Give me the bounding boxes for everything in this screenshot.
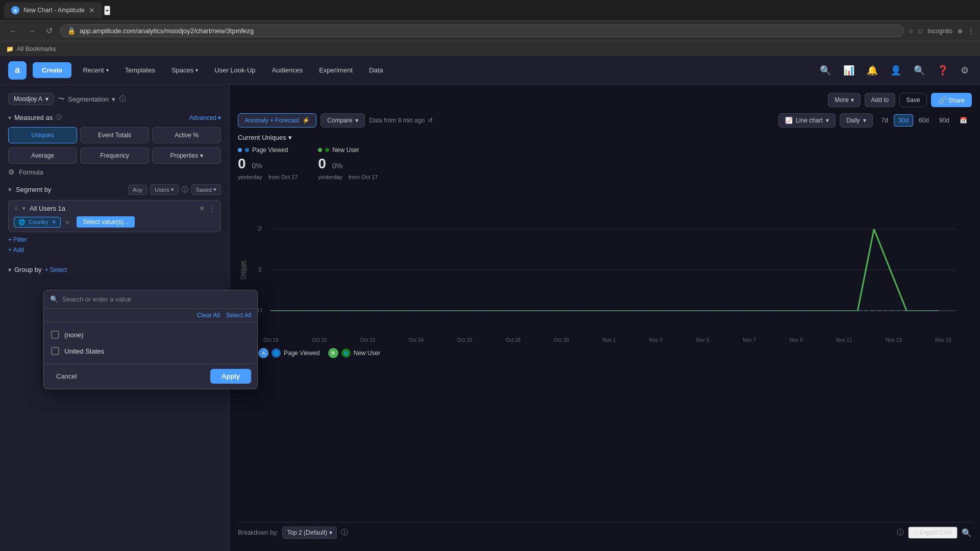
event-totals-button[interactable]: Event Totals	[80, 127, 149, 143]
nav-item-experiment[interactable]: Experiment	[314, 63, 358, 77]
chevron-down-icon: ▾	[195, 67, 198, 73]
average-button[interactable]: Average	[8, 147, 77, 164]
properties-button[interactable]: Properties ▾	[152, 147, 221, 164]
segment-remove-icon[interactable]: ✕	[199, 205, 205, 212]
search-icon[interactable]: 🔍	[817, 62, 834, 79]
legend-item-page-viewed: A 🌐 Page Viewed	[258, 348, 320, 358]
clear-all-button[interactable]: Clear All	[197, 312, 220, 319]
workspace-badge[interactable]: Moodjoy A ▾	[8, 93, 54, 105]
profile-icon[interactable]: ⊕	[958, 28, 963, 35]
bell-icon[interactable]: 🔔	[864, 62, 881, 79]
frequency-button[interactable]: Frequency	[80, 147, 149, 164]
table-search-icon[interactable]: 🔍	[962, 528, 972, 538]
nav-item-data[interactable]: Data	[364, 63, 388, 77]
refresh-icon[interactable]: ↺	[428, 117, 433, 124]
30d-button[interactable]: 30d	[894, 114, 913, 127]
segment-more-icon[interactable]: ⋮	[209, 205, 215, 212]
user-icon[interactable]: 👤	[887, 62, 904, 79]
create-button[interactable]: Create	[33, 62, 71, 78]
advanced-link[interactable]: Advanced ▾	[189, 114, 221, 121]
dropdown-footer: Cancel Apply	[44, 363, 257, 389]
segment-row: ⠿ ▾ All Users 1a ✕ ⋮ 🌐 Country ✕	[8, 200, 221, 232]
nav-item-user-lookup[interactable]: User Look-Up	[209, 63, 260, 77]
users-chevron: ▾	[171, 186, 174, 193]
daily-button[interactable]: Daily ▾	[840, 113, 873, 128]
url-bar[interactable]: 🔒 app.amplitude.com/analytics/moodjoy2/c…	[60, 24, 904, 37]
question-icon[interactable]: ❓	[934, 62, 951, 79]
segment-collapse-btn[interactable]: ▾	[22, 205, 26, 212]
more-button[interactable]: More ▾	[828, 93, 860, 107]
chart-info-icon[interactable]: ⓘ	[897, 528, 904, 537]
users-button[interactable]: Users ▾	[150, 184, 179, 195]
saved-button[interactable]: Saved ▾	[191, 184, 221, 195]
uniques-button[interactable]: Uniques	[8, 127, 77, 143]
select-all-button[interactable]: Select All	[226, 312, 251, 319]
save-button[interactable]: Save	[899, 93, 926, 107]
menu-icon[interactable]: ⋮	[968, 28, 974, 35]
current-uniques-button[interactable]: Current Uniques ▾	[238, 134, 292, 141]
nav-item-templates[interactable]: Templates	[120, 63, 160, 77]
any-button[interactable]: Any	[128, 185, 147, 195]
none-checkbox[interactable]	[51, 331, 59, 339]
data-info: Data from 8 min ago ↺	[369, 117, 433, 124]
segment-info-icon[interactable]: ⓘ	[182, 185, 188, 194]
active-tab[interactable]: a New Chart - Amplitude ✕	[4, 2, 102, 18]
group-collapse-icon: ▾	[8, 266, 11, 273]
60d-button[interactable]: 60d	[914, 114, 934, 127]
active-pct-button[interactable]: Active %	[152, 127, 221, 143]
list-item[interactable]: United States	[44, 343, 257, 359]
amplitude-logo[interactable]: a	[8, 61, 27, 80]
line-chart-button[interactable]: 📈 Line chart ▾	[778, 113, 836, 128]
share-button[interactable]: 🔗 Share	[931, 93, 972, 107]
dropdown-search-input[interactable]	[62, 295, 251, 303]
list-item[interactable]: (none)	[44, 327, 257, 343]
back-button[interactable]: ←	[6, 24, 20, 38]
line-chart-icon: 📈	[785, 117, 793, 124]
breakdown-select[interactable]: Top 2 (Default) ▾	[282, 527, 337, 539]
settings-icon[interactable]: ⚙	[958, 62, 972, 79]
nav-item-recent[interactable]: Recent ▾	[78, 63, 113, 77]
breakdown-info-icon[interactable]: ⓘ	[341, 528, 348, 537]
metric-sub-new-user: yesterday from Oct 17	[318, 174, 378, 180]
calendar-button[interactable]: 📅	[955, 114, 972, 127]
chart-icon[interactable]: 📊	[840, 62, 857, 79]
bookmarks-label[interactable]: All Bookmarks	[17, 45, 56, 53]
metric-values-row: 0 0%	[238, 156, 298, 172]
add-filter-button[interactable]: + Filter	[8, 236, 221, 243]
cancel-button[interactable]: Cancel	[50, 369, 83, 383]
filter-remove-icon[interactable]: ✕	[52, 219, 56, 226]
collapse-icon[interactable]: ▾	[8, 114, 11, 121]
add-to-button[interactable]: Add to	[865, 93, 896, 107]
bookmark-star-icon[interactable]: ☆	[908, 28, 914, 35]
export-csv-button[interactable]: ↓ Export CSV	[908, 527, 958, 539]
anomaly-forecast-button[interactable]: Anomaly + Forecast ⚡	[238, 113, 316, 128]
7d-button[interactable]: 7d	[877, 114, 893, 127]
new-tab-button[interactable]: +	[104, 6, 110, 15]
chart-toolbar: Anomaly + Forecast ⚡ Compare ▾ Data from…	[238, 113, 972, 128]
measured-as-info-icon[interactable]: ⓘ	[56, 113, 62, 122]
metric-value-page-viewed: 0	[238, 156, 246, 172]
add-segment-button[interactable]: + Add	[8, 246, 221, 254]
country-filter-tag[interactable]: 🌐 Country ✕	[14, 217, 61, 228]
segment-collapse-icon[interactable]: ▾	[8, 186, 12, 193]
formula-label[interactable]: Formula	[19, 168, 43, 176]
select-values-button[interactable]: Select value(s)...	[77, 216, 134, 228]
nav-item-spaces[interactable]: Spaces ▾	[166, 63, 203, 77]
nav-item-audiences[interactable]: Audiences	[267, 63, 308, 77]
compare-button[interactable]: Compare ▾	[321, 113, 365, 128]
metric-pct-new-user: 0%	[332, 162, 342, 170]
chart-type-badge[interactable]: 〜 Segmentation ▾	[58, 94, 115, 104]
legend-dot-inner-page: 🌐	[272, 348, 281, 358]
reload-button[interactable]: ↺	[43, 24, 56, 38]
forward-button[interactable]: →	[24, 24, 39, 38]
extensions-icon[interactable]: □	[919, 28, 922, 35]
group-select-btn[interactable]: + Select	[44, 266, 67, 273]
info-icon[interactable]: ⓘ	[119, 94, 126, 104]
person-icon[interactable]: 🔍	[911, 62, 928, 79]
measured-as-section: ▾ Measured as ⓘ Advanced ▾ Uniques Event…	[8, 113, 221, 176]
apply-button[interactable]: Apply	[210, 369, 251, 384]
tab-close-button[interactable]: ✕	[89, 6, 95, 14]
us-checkbox[interactable]	[51, 347, 59, 355]
drag-icon[interactable]: ⠿	[14, 205, 18, 212]
90d-button[interactable]: 90d	[935, 114, 954, 127]
